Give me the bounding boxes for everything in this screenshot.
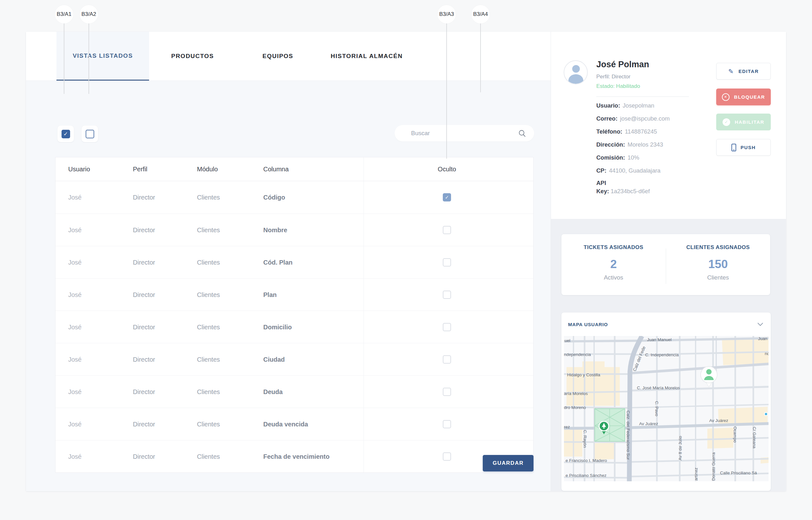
guardar-button[interactable]: GUARDAR	[483, 455, 534, 471]
oculto-checkbox[interactable]	[443, 291, 451, 299]
cell: José	[68, 375, 82, 408]
street-label: Calle Prisciliano Sá	[720, 470, 757, 475]
street-label: Juan Manuel	[647, 337, 672, 342]
cell: Clientes	[197, 214, 220, 246]
cell: José	[68, 343, 82, 375]
street-label: Av 8 de Julio	[678, 436, 683, 460]
cell: Ciudad	[263, 343, 285, 375]
detail-row: Dirección:Morelos 2343	[596, 138, 710, 151]
street-label: Ocampo	[733, 426, 737, 443]
tickets-stat: TICKETS ASIGNADOS 2 Activos	[562, 234, 666, 295]
tab-bar: VISTAS LISTADOS PRODUCTOS EQUIPOS HISTOR…	[26, 32, 551, 81]
checkbox-checked-icon: ✓	[61, 130, 70, 138]
user-map[interactable]: uelJuan ManuelJuanndependenciaC. Indepen…	[564, 336, 768, 481]
stats-card: TICKETS ASIGNADOS 2 Activos CLIENTES ASI…	[562, 234, 770, 295]
search-bar[interactable]	[395, 125, 534, 141]
oculto-checkbox[interactable]	[443, 420, 451, 428]
search-icon	[518, 129, 526, 137]
map-header: MAPA USUARIO	[562, 313, 771, 336]
cell: José	[68, 408, 82, 440]
cell: Clientes	[197, 408, 220, 440]
clientes-stat: CLIENTES ASIGNADOS 150 Clientes	[666, 234, 770, 295]
oculto-checkbox[interactable]	[443, 355, 451, 364]
cell: Clientes	[197, 440, 220, 473]
oculto-checkbox[interactable]: ✓	[443, 193, 451, 202]
street-label: Juan	[758, 336, 767, 341]
cell: Clientes	[197, 375, 220, 408]
clientes-value: 150	[708, 258, 728, 271]
cell: Clientes	[197, 181, 220, 213]
cell: Clientes	[197, 311, 220, 343]
cell: Nombre	[263, 214, 287, 246]
cell: Clientes	[197, 279, 220, 311]
street-label: ndependencia	[564, 352, 591, 357]
street-label: aría Morelos	[564, 391, 588, 396]
detail-row: Teléfono:1148876245	[596, 125, 710, 138]
street-label: e Prisciliano Sánchez	[566, 473, 606, 478]
cell: José	[68, 440, 82, 473]
main-content-card: VISTAS LISTADOS PRODUCTOS EQUIPOS HISTOR…	[26, 32, 786, 491]
oculto-checkbox[interactable]	[443, 323, 451, 331]
editar-button[interactable]: ✎ EDITAR	[716, 63, 771, 80]
tab-productos[interactable]: PRODUCTOS	[156, 32, 229, 81]
tab-vistas-listados[interactable]: VISTAS LISTADOS	[56, 32, 149, 81]
tickets-sub: Activos	[604, 274, 623, 281]
annotation-line	[64, 22, 64, 94]
habilitar-button[interactable]: ✓ HABILITAR	[716, 113, 771, 130]
clientes-title: CLIENTES ASIGNADOS	[686, 244, 750, 251]
oculto-checkbox[interactable]	[443, 388, 451, 396]
street-label: Hidalgo y Costilla	[567, 372, 600, 377]
annotation-badge-b3-a1: B3/A1	[55, 5, 73, 24]
cell: José	[68, 279, 82, 311]
filter-checkbox-unchecked[interactable]	[82, 126, 98, 142]
street-label: uel	[565, 338, 570, 343]
street-label: C/ Galeana	[752, 427, 757, 449]
detail-row: Comisión:10%	[596, 151, 710, 164]
filter-checkbox-checked[interactable]: ✓	[57, 126, 74, 142]
table-row: JoséDirectorClientesCiudad	[55, 343, 533, 375]
header-columna: Columna	[263, 157, 289, 181]
push-button[interactable]: PUSH	[716, 139, 771, 156]
street-label: Av Juárez	[709, 418, 728, 423]
avatar-person-icon	[572, 65, 580, 73]
search-input[interactable]	[411, 130, 518, 137]
listados-content: ✓ Usuario Perfil Módulo Columna	[26, 81, 551, 491]
street-label: e Francisco I. Madero	[566, 458, 607, 463]
cell: Deuda	[263, 375, 282, 408]
columns-table: Usuario Perfil Módulo Columna Oculto Jos…	[55, 157, 534, 473]
tickets-value: 2	[610, 258, 617, 271]
street-label: artínez	[694, 467, 699, 480]
profile-section: José Polman Perfil: Director Estado: Hab…	[551, 32, 786, 219]
table-row: JoséDirectorClientesDeuda	[55, 375, 533, 408]
cell: Deuda vencida	[263, 408, 308, 440]
circle-check-icon: ✓	[723, 118, 730, 126]
tab-historial-almacen[interactable]: HISTORIAL ALMACÉN	[319, 32, 414, 81]
oculto-checkbox[interactable]	[443, 258, 451, 266]
street-label: C. José María Morelos	[637, 386, 680, 390]
street-label: Av Juárez	[639, 421, 658, 426]
table-row: JoséDirectorClientesDeuda vencida	[55, 408, 533, 440]
oculto-checkbox[interactable]	[443, 452, 451, 461]
header-usuario: Usuario	[68, 157, 90, 181]
chevron-down-icon[interactable]	[757, 323, 763, 326]
oculto-checkbox[interactable]	[443, 226, 451, 234]
user-name: José Polman	[596, 60, 649, 70]
cell: Fecha de vencimiento	[263, 440, 329, 473]
bloquear-button[interactable]: ✕ BLOQUEAR	[716, 88, 771, 105]
profile-divider	[596, 97, 689, 97]
user-details: Usuario:JosepolmanCorreo:jose@ispcube.co…	[596, 99, 710, 196]
cell: Director	[133, 181, 155, 213]
cell: Director	[133, 375, 155, 408]
street-label: rez	[564, 424, 570, 429]
checkbox-empty-icon	[86, 130, 94, 138]
annotation-line	[88, 22, 89, 94]
cell: José	[68, 246, 82, 279]
tab-equipos[interactable]: EQUIPOS	[249, 32, 306, 81]
table-row: JoséDirectorClientesCód. Plan	[55, 246, 533, 278]
street-label: Calz. del Federalismo Sur	[626, 411, 630, 460]
street-label: C. Pavo	[654, 401, 659, 416]
cell: Clientes	[197, 246, 220, 279]
table-header: Usuario Perfil Módulo Columna Oculto	[55, 157, 533, 181]
header-oculto: Oculto	[426, 157, 468, 181]
cell: José	[68, 311, 82, 343]
